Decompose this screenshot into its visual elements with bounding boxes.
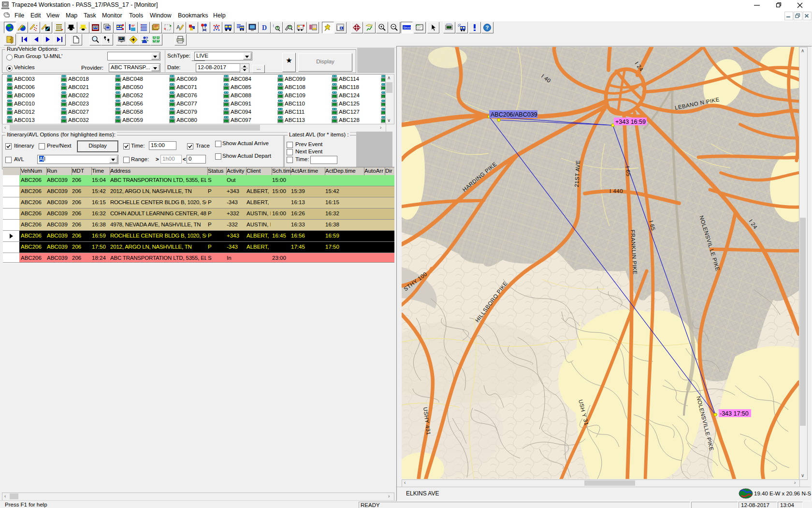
svg-text:+343 16:59: +343 16:59 bbox=[615, 119, 646, 125]
svg-text:?: ? bbox=[486, 25, 489, 30]
svg-text:Struct: Struct bbox=[403, 26, 411, 29]
svg-text:ABC206/ABC039: ABC206/ABC039 bbox=[491, 111, 537, 118]
svg-text:I 65: I 65 bbox=[624, 166, 631, 177]
svg-text:?: ? bbox=[145, 36, 148, 41]
svg-text:D: D bbox=[262, 24, 267, 31]
svg-text:I 440: I 440 bbox=[609, 188, 623, 194]
svg-text:-343 17:50: -343 17:50 bbox=[720, 410, 749, 417]
